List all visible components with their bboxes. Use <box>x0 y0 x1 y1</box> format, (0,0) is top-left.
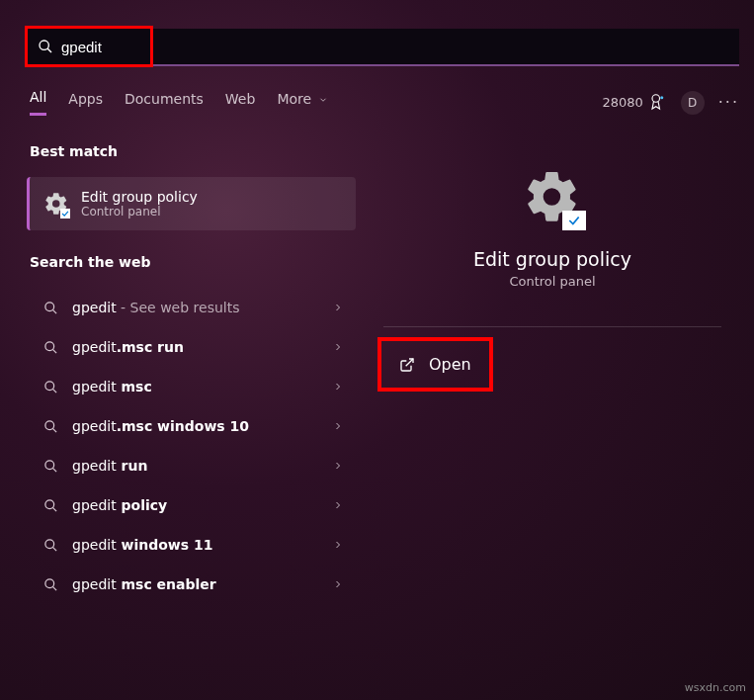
search-input-extension[interactable] <box>153 29 739 66</box>
svg-point-11 <box>45 420 54 429</box>
web-section-label: Search the web <box>30 254 356 270</box>
svg-line-10 <box>52 389 56 393</box>
svg-point-0 <box>40 41 48 49</box>
web-results-list: gpedit - See web results gpedit.msc run … <box>30 288 356 604</box>
web-result-item[interactable]: gpedit msc <box>30 367 356 406</box>
gear-icon <box>43 191 69 217</box>
best-match-result[interactable]: Edit group policy Control panel <box>27 177 356 230</box>
best-match-title: Edit group policy <box>81 189 198 205</box>
rewards-icon <box>649 94 667 112</box>
web-result-item[interactable]: gpedit - See web results <box>30 288 356 327</box>
svg-point-15 <box>45 499 54 508</box>
chevron-right-icon <box>332 341 344 353</box>
tab-documents[interactable]: Documents <box>125 91 204 115</box>
web-result-item[interactable]: gpedit msc enabler <box>30 565 356 604</box>
search-bar <box>25 28 739 65</box>
detail-title: Edit group policy <box>366 248 739 270</box>
search-icon <box>43 538 58 553</box>
svg-point-3 <box>660 96 663 99</box>
tab-more[interactable]: More <box>277 91 327 115</box>
chevron-right-icon <box>332 420 344 432</box>
search-icon <box>43 459 58 474</box>
svg-point-17 <box>45 539 54 548</box>
filter-tabs: All Apps Documents Web More 28080 D ··· <box>30 89 739 116</box>
svg-line-20 <box>52 586 56 590</box>
detail-panel: Edit group policy Control panel Open <box>366 143 739 392</box>
detail-subtitle: Control panel <box>366 274 739 289</box>
rewards-badge[interactable]: 28080 <box>602 94 666 112</box>
svg-point-13 <box>45 460 54 469</box>
web-result-text: gpedit policy <box>72 497 167 513</box>
web-result-text: gpedit msc enabler <box>72 576 216 592</box>
check-badge-icon <box>562 211 586 230</box>
search-icon <box>38 39 53 54</box>
svg-point-2 <box>652 94 660 102</box>
rewards-points: 28080 <box>602 95 642 110</box>
tab-apps[interactable]: Apps <box>68 91 103 115</box>
svg-line-16 <box>52 507 56 511</box>
chevron-right-icon <box>332 499 344 511</box>
web-result-text: gpedit run <box>72 458 147 474</box>
svg-line-6 <box>52 309 56 313</box>
best-match-subtitle: Control panel <box>81 205 198 219</box>
svg-point-9 <box>45 381 54 390</box>
web-result-text: gpedit msc <box>72 379 152 394</box>
chevron-right-icon <box>332 381 344 393</box>
svg-line-14 <box>52 468 56 472</box>
gear-icon <box>523 167 582 226</box>
svg-line-18 <box>52 547 56 551</box>
svg-rect-4 <box>60 209 70 219</box>
chevron-right-icon <box>332 302 344 313</box>
svg-point-19 <box>45 578 54 587</box>
web-result-item[interactable]: gpedit run <box>30 446 356 485</box>
open-icon <box>399 357 415 373</box>
svg-point-5 <box>45 302 54 310</box>
tab-all[interactable]: All <box>30 89 46 116</box>
open-button-highlight: Open <box>377 337 493 392</box>
svg-line-1 <box>47 48 51 52</box>
web-result-text: gpedit.msc run <box>72 339 184 355</box>
svg-line-8 <box>52 349 56 353</box>
tab-more-label: More <box>277 91 311 107</box>
chevron-right-icon <box>332 539 344 551</box>
svg-line-21 <box>406 359 413 366</box>
watermark: wsxdn.com <box>685 681 746 694</box>
search-box-highlight <box>25 26 153 67</box>
search-input[interactable] <box>61 39 130 55</box>
search-icon <box>43 498 58 513</box>
web-result-text: gpedit.msc windows 10 <box>72 418 249 434</box>
svg-point-7 <box>45 341 54 350</box>
avatar-initial: D <box>688 96 697 110</box>
web-result-item[interactable]: gpedit.msc run <box>30 327 356 367</box>
web-result-text: gpedit windows 11 <box>72 537 213 553</box>
search-icon <box>43 340 58 355</box>
overflow-menu-icon[interactable]: ··· <box>718 93 739 112</box>
avatar[interactable]: D <box>681 91 705 115</box>
web-result-item[interactable]: gpedit.msc windows 10 <box>30 406 356 446</box>
tab-web[interactable]: Web <box>225 91 256 115</box>
svg-line-12 <box>52 428 56 432</box>
search-icon <box>43 419 58 434</box>
search-icon <box>43 577 58 592</box>
chevron-right-icon <box>332 578 344 590</box>
search-icon <box>43 301 58 315</box>
search-icon <box>43 380 58 394</box>
open-button[interactable]: Open <box>429 355 471 374</box>
web-result-item[interactable]: gpedit windows 11 <box>30 525 356 565</box>
chevron-right-icon <box>332 460 344 472</box>
best-match-label: Best match <box>30 143 356 159</box>
check-badge-icon <box>59 209 71 219</box>
web-result-text: gpedit - See web results <box>72 300 239 315</box>
web-result-item[interactable]: gpedit policy <box>30 485 356 525</box>
divider <box>383 326 721 327</box>
chevron-down-icon <box>318 95 328 105</box>
